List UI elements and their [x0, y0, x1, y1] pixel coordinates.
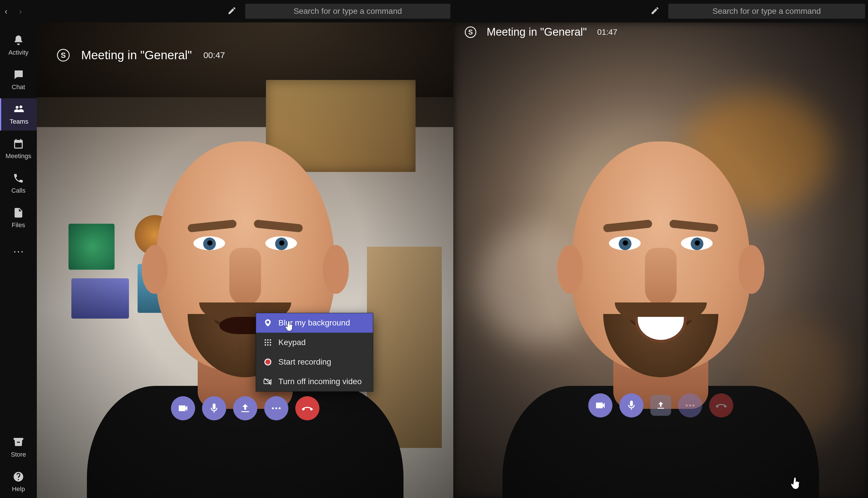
more-actions-button[interactable]	[678, 393, 702, 418]
rail-files[interactable]: Files	[0, 202, 37, 234]
rail-label: Help	[12, 485, 25, 493]
more-actions-menu: Blur my background Keypad Start recordin…	[256, 313, 373, 392]
record-icon	[263, 358, 272, 366]
menu-label: Turn off incoming video	[278, 377, 362, 386]
call-controls	[588, 393, 733, 418]
rail-store[interactable]: Store	[0, 431, 37, 463]
svg-point-5	[269, 342, 271, 343]
help-icon	[13, 471, 24, 483]
rail-label: Chat	[12, 83, 25, 91]
rail-meetings[interactable]: Meetings	[0, 133, 37, 165]
svg-point-14	[692, 405, 694, 407]
rail-teams[interactable]: Teams	[0, 99, 37, 131]
search-input[interactable]: Search for or type a command	[245, 4, 451, 19]
meeting-title: Meeting in "General"	[81, 48, 192, 62]
menu-label: Start recording	[278, 357, 331, 367]
search-input[interactable]: Search for or type a command	[668, 4, 865, 19]
body-row: Activity Chat Teams Meetings Calls	[0, 23, 453, 498]
titlebar-right: Search for or type a command	[453, 0, 868, 23]
cursor-icon	[284, 321, 295, 331]
menu-label: Keypad	[278, 338, 306, 347]
svg-point-10	[275, 407, 277, 409]
window-right: Search for or type a command	[453, 0, 868, 498]
mic-button[interactable]	[620, 393, 643, 418]
rail-label: Activity	[8, 49, 28, 56]
file-icon	[13, 207, 24, 219]
mic-button[interactable]	[202, 396, 226, 420]
svg-point-4	[267, 342, 269, 343]
camera-button[interactable]	[588, 393, 612, 418]
meeting-header: S Meeting in "General" 00:47	[57, 48, 225, 62]
meeting-elapsed: 01:47	[597, 28, 617, 37]
nav-forward-icon[interactable]: ›	[19, 6, 22, 16]
svg-point-0	[265, 339, 266, 341]
call-stage-left: S Meeting in "General" 00:47 Blur my bac…	[37, 23, 453, 498]
keypad-icon	[263, 338, 272, 347]
hangup-button[interactable]	[295, 396, 319, 420]
window-left: ‹ › Search for or type a command Activit…	[0, 0, 453, 498]
call-controls	[171, 396, 319, 420]
rail-label: Calls	[12, 187, 26, 194]
blur-icon	[263, 318, 272, 327]
rail-label: Files	[12, 221, 25, 229]
menu-blur-background[interactable]: Blur my background	[256, 313, 373, 333]
more-actions-button[interactable]	[264, 396, 289, 420]
video-feed-left	[37, 23, 453, 498]
video-off-icon	[263, 377, 272, 386]
rail-help[interactable]: Help	[0, 466, 37, 498]
share-button[interactable]	[650, 395, 671, 416]
nav-back-icon[interactable]: ‹	[4, 6, 8, 16]
rail-chat[interactable]: Chat	[0, 64, 37, 96]
menu-turn-off-incoming-video[interactable]: Turn off incoming video	[256, 372, 373, 391]
svg-point-1	[267, 339, 269, 341]
rail-label: Teams	[10, 118, 28, 126]
rail-label: Meetings	[5, 153, 31, 160]
calendar-icon	[13, 138, 24, 149]
cursor-icon	[790, 477, 802, 489]
nav-buttons: ‹ ›	[4, 6, 22, 16]
skype-icon: S	[57, 49, 69, 62]
menu-start-recording[interactable]: Start recording	[256, 352, 373, 372]
rail-overflow-icon[interactable]: …	[13, 236, 24, 261]
phone-icon	[13, 172, 24, 184]
rail-label: Store	[11, 451, 26, 458]
svg-point-9	[272, 407, 274, 409]
menu-keypad[interactable]: Keypad	[256, 333, 373, 352]
call-stage-right: S Meeting in "General" 01:47	[453, 23, 868, 498]
share-button[interactable]	[233, 396, 257, 420]
root: ‹ › Search for or type a command Activit…	[0, 0, 868, 498]
titlebar: ‹ › Search for or type a command	[0, 0, 453, 23]
compose-icon[interactable]	[650, 6, 660, 16]
svg-point-11	[279, 407, 281, 409]
search-placeholder: Search for or type a command	[712, 6, 821, 16]
svg-point-12	[686, 405, 688, 407]
meeting-elapsed: 00:47	[203, 50, 225, 60]
camera-button[interactable]	[171, 396, 195, 420]
meeting-header: S Meeting in "General" 01:47	[465, 26, 617, 38]
app-rail: Activity Chat Teams Meetings Calls	[0, 23, 37, 498]
search-placeholder: Search for or type a command	[294, 6, 402, 16]
chat-icon	[13, 69, 24, 80]
hangup-button[interactable]	[709, 393, 733, 418]
compose-icon[interactable]	[227, 6, 237, 16]
skype-icon: S	[465, 26, 476, 38]
meeting-title: Meeting in "General"	[487, 26, 587, 38]
svg-point-6	[265, 344, 266, 345]
svg-point-13	[689, 405, 691, 407]
teams-icon	[13, 104, 25, 115]
svg-point-2	[269, 339, 271, 341]
rail-calls[interactable]: Calls	[0, 167, 37, 199]
svg-point-8	[269, 344, 271, 345]
svg-point-3	[265, 342, 266, 343]
svg-point-7	[267, 344, 269, 345]
rail-activity[interactable]: Activity	[0, 29, 37, 62]
store-icon	[13, 436, 24, 448]
bell-icon	[13, 35, 24, 46]
